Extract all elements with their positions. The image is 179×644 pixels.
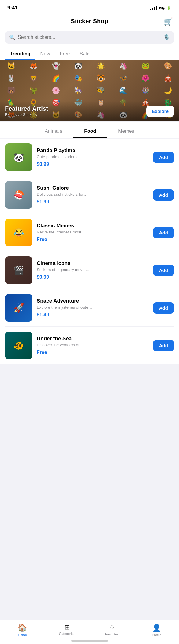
product-info: Under the Sea Discover the wonders of… F… [37, 336, 149, 355]
add-to-cart-button[interactable]: Add [153, 189, 174, 201]
nav-home-label: Home [18, 633, 27, 637]
search-icon: 🔍 [9, 35, 15, 40]
product-price: $0.99 [37, 274, 149, 280]
status-bar: 9:41 ▾◉ 🔋 [0, 0, 179, 15]
battery-icon: 🔋 [166, 6, 172, 10]
sticker-emoji-cell: 🐱 [0, 60, 22, 72]
categories-icon: ⊞ [65, 624, 70, 631]
nav-home[interactable]: 🏠 Home [12, 624, 33, 637]
product-name: Sushi Galore [37, 185, 149, 191]
banner-background: 🐱🦊👻🐼🌟🦄🐸🎨🐰🦁🌈🎭🐯🦋🌺🎪🐻🦖🌸🎠🐝🌊🎡🌙🦜🌻🎯🐳🦉🌴🎪🐉🦊🌟🐱🎨🦄🐼🌈🎭… [0, 60, 179, 121]
cat-tab-memes[interactable]: Memes [107, 126, 145, 138]
product-description: Stickers of legendary movie… [37, 267, 149, 272]
add-to-cart-button[interactable]: Add [153, 302, 174, 314]
product-info: Panda Playtime Cute pandas in various… $… [37, 147, 149, 167]
add-to-cart-button[interactable]: Add [153, 152, 174, 163]
product-item: 🐼 Panda Playtime Cute pandas in various…… [5, 139, 174, 176]
sticker-emoji-cell: 🦊 [22, 60, 45, 72]
sticker-emoji-cell: 🐝 [90, 84, 112, 97]
product-thumbnail: 🐠 [5, 332, 32, 359]
product-price: $1.99 [37, 199, 149, 205]
nav-profile[interactable]: 👤 Profile [146, 624, 167, 637]
home-icon: 🏠 [18, 624, 27, 632]
product-description: Relive the internet's most… [37, 230, 149, 234]
sticker-emoji-cell: 🌺 [134, 72, 157, 84]
tab-free[interactable]: Free [55, 48, 75, 60]
banner-text: Featured Artist Exclusive Stickers [5, 105, 48, 117]
app-title: Sticker Shop [71, 18, 108, 25]
product-info: Sushi Galore Delicious sushi stickers fo… [37, 185, 149, 205]
sticker-emoji-cell: 🌸 [45, 84, 67, 97]
app-header: Sticker Shop 🛒 [0, 15, 179, 28]
tab-trending[interactable]: Trending [5, 48, 35, 60]
profile-icon: 👤 [152, 624, 161, 632]
product-info: Space Adventure Explore the mysteries of… [37, 298, 149, 318]
product-item: 🍣 Sushi Galore Delicious sushi stickers … [5, 176, 174, 214]
sticker-emoji-cell: 🐼 [67, 60, 89, 72]
banner-title: Featured Artist [5, 105, 48, 112]
sticker-emoji-cell: 🎭 [67, 72, 89, 84]
product-list: 🐼 Panda Playtime Cute pandas in various…… [0, 139, 179, 364]
product-info: Cinema Icons Stickers of legendary movie… [37, 260, 149, 280]
product-description: Cute pandas in various… [37, 154, 149, 159]
tab-sale[interactable]: Sale [75, 48, 94, 60]
product-item: 🚀 Space Adventure Explore the mysteries … [5, 289, 174, 327]
nav-favorites[interactable]: ♡ Favorites [101, 624, 123, 637]
sticker-emoji-cell: 🌊 [112, 84, 134, 97]
cat-tab-animals[interactable]: Animals [34, 126, 73, 138]
product-name: Under the Sea [37, 336, 149, 342]
product-thumbnail: 😂 [5, 219, 32, 246]
product-thumbnail: 🍣 [5, 181, 32, 209]
wifi-icon: ▾◉ [159, 6, 165, 10]
product-name: Space Adventure [37, 298, 149, 304]
search-bar: 🔍 🎙️ [5, 31, 174, 44]
add-to-cart-button[interactable]: Add [153, 265, 174, 276]
product-item: 🐠 Under the Sea Discover the wonders of…… [5, 327, 174, 364]
search-input[interactable] [18, 35, 161, 40]
add-to-cart-button[interactable]: Add [153, 340, 174, 351]
product-price: Free [37, 350, 149, 355]
product-price: $1.49 [37, 312, 149, 318]
sticker-emoji-cell: 🎪 [157, 72, 179, 84]
nav-categories[interactable]: ⊞ Categories [56, 624, 78, 637]
status-time: 9:41 [7, 5, 18, 11]
status-icons: ▾◉ 🔋 [150, 6, 172, 10]
sticker-emoji-cell: 🌈 [45, 72, 67, 84]
sticker-emoji-cell: 🦁 [22, 72, 45, 84]
product-description: Discover the wonders of… [37, 343, 149, 347]
search-container: 🔍 🎙️ [0, 28, 179, 48]
product-thumbnail: 🎬 [5, 256, 32, 284]
main-tabs: Trending New Free Sale [0, 48, 179, 60]
explore-button[interactable]: Explore [146, 106, 174, 117]
product-thumbnail: 🐼 [5, 143, 32, 171]
mic-icon[interactable]: 🎙️ [163, 34, 170, 41]
cat-tab-food[interactable]: Food [73, 126, 107, 138]
sticker-emoji-cell: 🦖 [22, 84, 45, 97]
tab-new[interactable]: New [35, 48, 55, 60]
product-description: Explore the mysteries of oute… [37, 305, 149, 310]
cart-button[interactable]: 🛒 [164, 17, 173, 26]
product-info: Classic Memes Relive the internet's most… [37, 223, 149, 242]
featured-banner: 🐱🦊👻🐼🌟🦄🐸🎨🐰🦁🌈🎭🐯🦋🌺🎪🐻🦖🌸🎠🐝🌊🎡🌙🦜🌻🎯🐳🦉🌴🎪🐉🦊🌟🐱🎨🦄🐼🌈🎭… [0, 60, 179, 121]
product-name: Cinema Icons [37, 260, 149, 266]
favorites-icon: ♡ [109, 624, 115, 631]
sticker-emoji-cell: 🌟 [90, 60, 112, 72]
sticker-emoji-cell: 🐰 [0, 72, 22, 84]
product-thumbnail: 🚀 [5, 294, 32, 322]
product-item: 🎬 Cinema Icons Stickers of legendary mov… [5, 251, 174, 289]
nav-favorites-label: Favorites [105, 632, 119, 636]
home-indicator [71, 640, 108, 642]
product-price: $0.99 [37, 162, 149, 167]
product-name: Classic Memes [37, 223, 149, 229]
sticker-emoji-cell: 🌙 [157, 84, 179, 97]
sticker-emoji-cell: 🎨 [157, 60, 179, 72]
product-price: Free [37, 237, 149, 242]
signal-icon [150, 6, 157, 10]
sticker-emoji-cell: 🐸 [134, 60, 157, 72]
product-description: Delicious sushi stickers for… [37, 192, 149, 197]
add-to-cart-button[interactable]: Add [153, 227, 174, 238]
category-tabs: Animals Food Memes [0, 122, 179, 138]
product-item: 😂 Classic Memes Relive the internet's mo… [5, 214, 174, 251]
sticker-emoji-cell: 🦄 [112, 60, 134, 72]
banner-subtitle: Exclusive Stickers [5, 112, 48, 117]
